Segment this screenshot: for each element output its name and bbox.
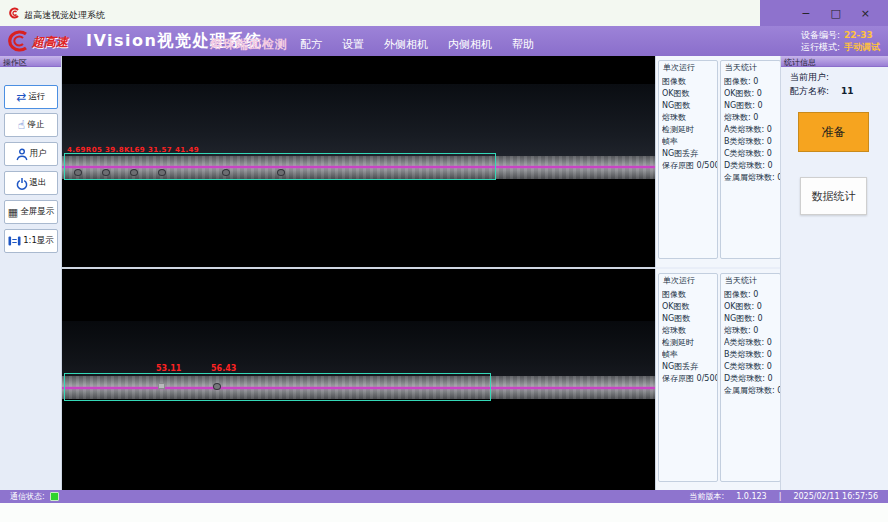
info-panel-title: 统计信息 bbox=[781, 56, 888, 67]
stat-row: NG图丢弃 bbox=[662, 361, 717, 373]
stop-button-label: 停止 bbox=[27, 119, 44, 131]
run-mode-line: 运行模式:手动调试 bbox=[801, 41, 880, 53]
bead-mark bbox=[130, 169, 138, 176]
camera2-measurement-left: 53.11 bbox=[156, 364, 181, 373]
stat-row: 检测延时 bbox=[662, 124, 717, 136]
single-run-groupbox: 单次运行 图像数OK图数NG图数熔珠数检测延时帧率NG图丢弃保存原图 0/500 bbox=[658, 273, 718, 482]
os-titlebar: 超高速视觉处理系统 − □ × bbox=[0, 0, 888, 26]
version-value: 1.0.123 bbox=[736, 492, 767, 501]
today-stats-rows: 图像数: 0OK图数: 0NG图数: 0熔珠数: 0A类熔珠数: 0B类熔珠数:… bbox=[724, 289, 780, 397]
menu-help[interactable]: 帮助 bbox=[512, 37, 534, 52]
stat-row: C类熔珠数: 0 bbox=[724, 361, 780, 373]
run-button[interactable]: ⇄ 运行 bbox=[4, 85, 58, 109]
stat-row: A类熔珠数: 0 bbox=[724, 337, 780, 349]
menu-recipe[interactable]: 配方 bbox=[300, 37, 322, 52]
stat-row: 图像数: 0 bbox=[724, 289, 780, 301]
stat-row: OK图数 bbox=[662, 301, 717, 313]
comm-status-led bbox=[50, 492, 59, 501]
stat-row: 保存原图 0/500 bbox=[662, 373, 717, 385]
bead-mark bbox=[222, 169, 230, 176]
stat-row: D类熔珠数: 0 bbox=[724, 160, 780, 172]
status-bar: 通信状态: 当前版本: 1.0.123 | 2025/02/11 16:57:5… bbox=[0, 490, 888, 503]
inner-camera-view: 53.11 56.43 bbox=[62, 269, 655, 490]
camera2-background-band bbox=[62, 321, 655, 376]
stat-row: OK图数: 0 bbox=[724, 301, 780, 313]
single-run-rows: 图像数OK图数NG图数熔珠数检测延时帧率NG图丢弃保存原图 0/500 bbox=[662, 76, 717, 172]
user-icon bbox=[16, 148, 28, 161]
stat-row: NG图丢弃 bbox=[662, 148, 717, 160]
bead-mark bbox=[74, 169, 82, 176]
stat-row: 熔珠数: 0 bbox=[724, 325, 780, 337]
stat-row: 保存原图 0/500 bbox=[662, 160, 717, 172]
stat-row: NG图数 bbox=[662, 313, 717, 325]
exit-button[interactable]: 退出 bbox=[4, 171, 58, 195]
one-to-one-icon bbox=[8, 235, 21, 247]
data-statistics-button[interactable]: 数据统计 bbox=[800, 177, 867, 215]
one-to-one-button[interactable]: 1:1显示 bbox=[4, 229, 58, 253]
main-area: 操作区 ⇄ 运行 ☝ 停止 用户 退出 ▦ bbox=[0, 56, 888, 490]
version-label: 当前版本: bbox=[689, 491, 724, 502]
stat-row: D类熔珠数: 0 bbox=[724, 373, 780, 385]
fullscreen-button-label: 全屏显示 bbox=[20, 206, 54, 218]
stat-row: 金属屑熔珠数: 0 bbox=[724, 172, 780, 184]
menu-settings[interactable]: 设置 bbox=[342, 37, 364, 52]
datetime-value: 2025/02/11 16:57:56 bbox=[793, 492, 878, 501]
camera-viewport: 4.69R05 39.8KL69 31.57 41.49 53.11 56.43 bbox=[62, 56, 655, 490]
outer-camera-view: 4.69R05 39.8KL69 31.57 41.49 bbox=[62, 56, 655, 267]
fullscreen-button[interactable]: ▦ 全屏显示 bbox=[4, 200, 58, 224]
statistics-column: 单次运行 图像数OK图数NG图数熔珠数检测延时帧率NG图丢弃保存原图 0/500… bbox=[655, 56, 780, 490]
stat-row: 图像数: 0 bbox=[724, 76, 780, 88]
current-user-line: 当前用户: bbox=[790, 71, 829, 84]
stat-row: OK图数: 0 bbox=[724, 88, 780, 100]
camera1-measurement-annotation: 4.69R05 39.8KL69 31.57 41.49 bbox=[67, 146, 199, 154]
prepare-button[interactable]: 准备 bbox=[798, 112, 869, 152]
status-bar-right: 当前版本: 1.0.123 | 2025/02/11 16:57:56 bbox=[689, 491, 878, 502]
power-icon bbox=[16, 177, 28, 190]
recipe-value: 11 bbox=[841, 86, 854, 96]
stat-row: 检测延时 bbox=[662, 337, 717, 349]
stat-row: 熔珠数 bbox=[662, 112, 717, 124]
hand-stop-icon: ☝ bbox=[18, 119, 25, 131]
close-icon[interactable]: × bbox=[861, 8, 870, 19]
device-info: 设备编号:22-33 运行模式:手动调试 bbox=[801, 29, 880, 53]
stat-row: B类熔珠数: 0 bbox=[724, 349, 780, 361]
camera2-measurement-right: 56.43 bbox=[211, 364, 236, 373]
recipe-line: 配方名称:11 bbox=[790, 85, 854, 98]
run-mode-value: 手动调试 bbox=[844, 42, 880, 52]
sidebar-title: 操作区 bbox=[0, 56, 61, 67]
app-window: 超高速视觉处理系统 − □ × 超高速 IVision视觉处理系统 熔珠端面检测… bbox=[0, 0, 888, 522]
exit-button-label: 退出 bbox=[30, 177, 47, 189]
current-user-label: 当前用户: bbox=[790, 72, 829, 82]
maximize-icon[interactable]: □ bbox=[830, 8, 840, 19]
today-stats-rows: 图像数: 0OK图数: 0NG图数: 0熔珠数: 0A类熔珠数: 0B类熔珠数:… bbox=[724, 76, 780, 184]
menu-bar: 配方 设置 外侧相机 内侧相机 帮助 bbox=[300, 37, 534, 52]
one-to-one-button-label: 1:1显示 bbox=[23, 235, 54, 247]
stat-row: 金属屑熔珠数: 0 bbox=[724, 385, 780, 397]
device-number-value: 22-33 bbox=[844, 30, 873, 40]
menu-outer-camera[interactable]: 外侧相机 bbox=[384, 37, 428, 52]
menu-inner-camera[interactable]: 内侧相机 bbox=[448, 37, 492, 52]
today-stats-groupbox: 当天统计 图像数: 0OK图数: 0NG图数: 0熔珠数: 0A类熔珠数: 0B… bbox=[720, 273, 781, 482]
stat-row: 图像数 bbox=[662, 76, 717, 88]
window-title: 超高速视觉处理系统 bbox=[24, 9, 105, 22]
today-stats-title: 当天统计 bbox=[724, 275, 758, 286]
app-logo-icon bbox=[8, 7, 20, 19]
bead-mark bbox=[158, 169, 166, 176]
today-stats-groupbox: 当天统计 图像数: 0OK图数: 0NG图数: 0熔珠数: 0A类熔珠数: 0B… bbox=[720, 60, 781, 259]
user-button[interactable]: 用户 bbox=[4, 142, 58, 166]
operation-sidebar: 操作区 ⇄ 运行 ☝ 停止 用户 退出 ▦ bbox=[0, 56, 62, 490]
run-arrows-icon: ⇄ bbox=[16, 91, 26, 103]
comm-status-label: 通信状态: bbox=[10, 491, 45, 502]
today-stats-title: 当天统计 bbox=[724, 62, 758, 73]
user-button-label: 用户 bbox=[30, 148, 47, 160]
stat-row: A类熔珠数: 0 bbox=[724, 124, 780, 136]
camera2-roi-box bbox=[64, 373, 491, 401]
stat-row: NG图数: 0 bbox=[724, 100, 780, 112]
bead-mark bbox=[102, 169, 110, 176]
stop-button[interactable]: ☝ 停止 bbox=[4, 113, 58, 137]
single-run-groupbox: 单次运行 图像数OK图数NG图数熔珠数检测延时帧率NG图丢弃保存原图 0/500 bbox=[658, 60, 718, 259]
bead-mark bbox=[158, 383, 165, 389]
page-subtitle: 熔珠端面检测 bbox=[210, 36, 288, 53]
minimize-icon[interactable]: − bbox=[801, 8, 810, 19]
info-panel: 统计信息 当前用户: 配方名称:11 准备 数据统计 bbox=[780, 56, 888, 490]
